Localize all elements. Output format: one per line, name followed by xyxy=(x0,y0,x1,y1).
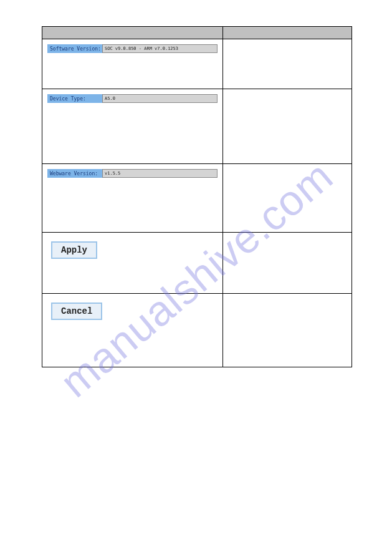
device-type-value: A5.0 xyxy=(102,94,218,103)
table-row: Device Type: A5.0 xyxy=(42,89,352,164)
description-cell xyxy=(222,233,351,294)
header-cell-right xyxy=(222,27,351,39)
webware-version-field: Webware Version: v1.5.5 xyxy=(47,169,218,178)
header-cell-left xyxy=(42,27,223,39)
table-header-row xyxy=(42,27,352,39)
webware-version-value: v1.5.5 xyxy=(102,169,218,178)
description-cell xyxy=(222,39,351,89)
table-row: Apply xyxy=(42,233,352,294)
apply-button[interactable]: Apply xyxy=(51,241,97,259)
software-version-label: Software Version: xyxy=(47,44,102,53)
description-cell xyxy=(222,89,351,164)
info-table: Software Version: SOC v9.0.850 - ARM v7.… xyxy=(42,26,352,367)
description-cell xyxy=(222,164,351,233)
cancel-button[interactable]: Cancel xyxy=(51,303,102,320)
device-type-label: Device Type: xyxy=(47,94,102,103)
software-version-value: SOC v9.0.850 - ARM v7.0.1253 xyxy=(102,44,218,53)
table-row: Cancel xyxy=(42,294,352,367)
description-cell xyxy=(222,294,351,367)
table-row: Software Version: SOC v9.0.850 - ARM v7.… xyxy=(42,39,352,89)
webware-version-label: Webware Version: xyxy=(47,169,102,178)
device-type-field: Device Type: A5.0 xyxy=(47,94,218,103)
table-row: Webware Version: v1.5.5 xyxy=(42,164,352,233)
software-version-field: Software Version: SOC v9.0.850 - ARM v7.… xyxy=(47,44,218,53)
